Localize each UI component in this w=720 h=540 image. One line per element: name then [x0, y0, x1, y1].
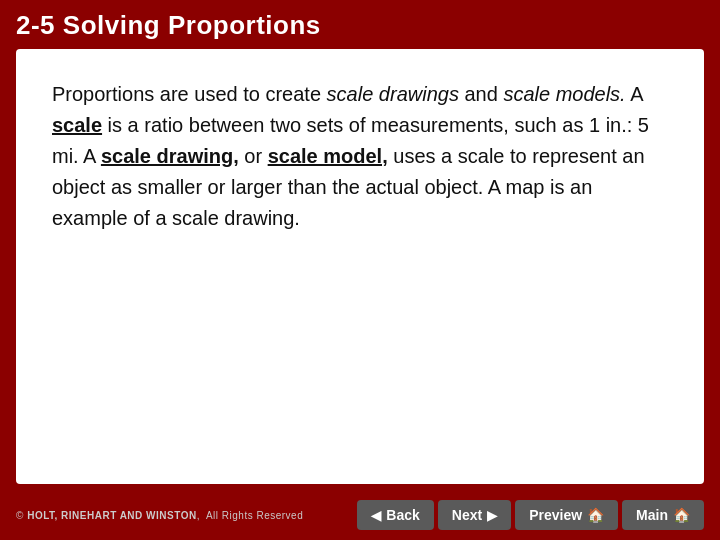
back-button[interactable]: ◀ Back [357, 500, 433, 530]
next-label: Next [452, 507, 482, 523]
nav-buttons: ◀ Back Next ▶ Preview 🏠 Main 🏠 [357, 500, 704, 530]
footer: © HOLT, RINEHART AND WINSTON, All Rights… [0, 492, 720, 540]
header: 2-5 Solving Proportions [0, 0, 720, 49]
content-box: Proportions are used to create scale dra… [16, 49, 704, 484]
preview-button[interactable]: Preview 🏠 [515, 500, 618, 530]
copyright-text: © HOLT, RINEHART AND WINSTON, All Rights… [16, 510, 303, 521]
content-paragraph: Proportions are used to create scale dra… [52, 79, 668, 234]
back-arrow-icon: ◀ [371, 508, 381, 523]
main-button[interactable]: Main 🏠 [622, 500, 704, 530]
page-title: 2-5 Solving Proportions [16, 10, 321, 41]
preview-icon: 🏠 [587, 507, 604, 523]
next-arrow-icon: ▶ [487, 508, 497, 523]
next-button[interactable]: Next ▶ [438, 500, 511, 530]
back-label: Back [386, 507, 419, 523]
preview-label: Preview [529, 507, 582, 523]
main-icon: 🏠 [673, 507, 690, 523]
main-area: Proportions are used to create scale dra… [0, 49, 720, 492]
main-label: Main [636, 507, 668, 523]
